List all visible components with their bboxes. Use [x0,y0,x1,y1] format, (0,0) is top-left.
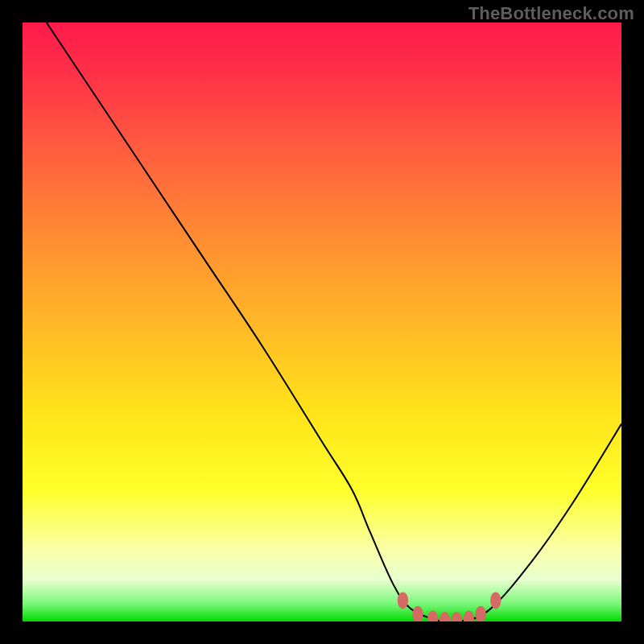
marker-dot [427,611,438,621]
marker-dot [440,612,450,621]
marker-dot [464,611,474,621]
watermark-label: TheBottleneck.com [469,3,634,24]
chart-container: TheBottleneck.com [0,0,644,644]
marker-dot [475,606,485,621]
plot-area [23,23,621,621]
marker-dot [490,592,501,609]
marker-dot [398,592,408,609]
marker-dot [412,606,423,621]
optimal-range-markers [23,23,621,621]
marker-dot [452,612,462,621]
